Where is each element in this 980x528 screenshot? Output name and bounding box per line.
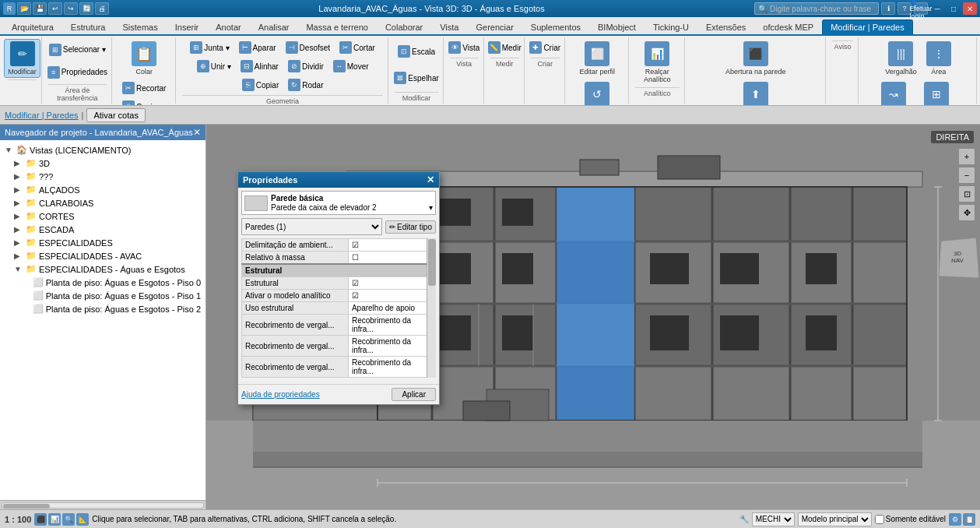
copiar-btn[interactable]: ⎘Copiar (118, 98, 170, 106)
tab-bimobject[interactable]: BIMobject (589, 19, 645, 34)
tab-extensoes[interactable]: Extensões (697, 19, 754, 34)
caminho-btn[interactable]: ↝ Caminho (876, 79, 912, 106)
area-btn[interactable]: ⋮ Área (922, 39, 955, 78)
edit-type-btn[interactable]: ✏ Editar tipo (385, 220, 436, 234)
tela-soldada-btn[interactable]: ⊞ Tela soldada (913, 79, 961, 106)
viewport[interactable]: DIREITA + − ⊡ ✥ 3DNAV Propriedades ✕ (206, 125, 980, 509)
abertura-btn[interactable]: ⬛ Abertura na parede (722, 39, 790, 78)
tree-item-cortes[interactable]: ▶ 📁 CORTES (2, 209, 204, 223)
tab-arquitetura[interactable]: Arquitetura (3, 19, 62, 34)
model-select[interactable]: Modelo principal (798, 512, 872, 526)
espelhar-btn[interactable]: ⊠Espelhar (390, 69, 442, 86)
tree-item-piso1[interactable]: ⬜ Planta de piso: Águas e Esgotos - Piso… (2, 289, 204, 302)
quick-btn-sync[interactable]: 🔄 (79, 2, 93, 15)
vergalhao-btn[interactable]: ||| Vergalhão (881, 39, 921, 78)
prop-type-dropdown[interactable]: ▾ (429, 203, 433, 212)
search-box[interactable]: 🔍 Digite palavra-chave ou frase (754, 2, 879, 15)
quick-btn-redo[interactable]: ↪ (64, 2, 78, 15)
quick-btn-save[interactable]: 💾 (33, 2, 47, 15)
junta-btn[interactable]: ⊞Junta ▾ (186, 39, 233, 56)
status-icon-r2[interactable]: 📋 (963, 513, 975, 526)
tree-item-esp-avac[interactable]: ▶ 📁 ESPECIALIDADES - AVAC (2, 249, 204, 262)
prop-apply-btn[interactable]: Aplicar (392, 388, 436, 401)
selecionar-dropdown[interactable]: ⊞ Selecionar ▾ (45, 41, 110, 58)
tab-vista[interactable]: Vista (431, 19, 467, 34)
tree-toggle-cortes[interactable]: ▶ (14, 212, 23, 220)
tab-modificar-paredes[interactable]: Modificar | Paredes (822, 19, 913, 34)
tree-item-escada[interactable]: ▶ 📁 ESCADA (2, 223, 204, 236)
status-icon-2[interactable]: 📊 (48, 513, 61, 526)
tree-item-3d[interactable]: ▶ 📁 3D (2, 157, 204, 170)
tab-inserir[interactable]: Inserir (167, 19, 208, 34)
tab-massa[interactable]: Massa e terreno (297, 19, 376, 34)
tree-toggle-claraboias[interactable]: ▶ (14, 199, 23, 207)
modificar-button[interactable]: ✏ Modificar (4, 39, 40, 78)
tab-ofcdesk[interactable]: ofcdesk MEP (754, 19, 822, 34)
rodar-btn[interactable]: ↻Rodar (284, 76, 327, 93)
close-btn[interactable]: ✕ (963, 2, 977, 15)
quick-btn-open[interactable]: 📂 (17, 2, 31, 15)
status-icon-3[interactable]: 🔍 (62, 513, 75, 526)
tree-item-piso0[interactable]: ⬜ Planta de piso: Águas e Esgotos - Piso… (2, 276, 204, 289)
status-icon-1[interactable]: ⬛ (34, 513, 47, 526)
tree-item-alcados[interactable]: ▶ 📁 ALÇADOS (2, 183, 204, 196)
tree-toggle-esp-aguas[interactable]: ▼ (14, 265, 23, 273)
view-nav-zoom-in[interactable]: + (958, 148, 975, 165)
nav-cube[interactable]: 3DNAV (938, 238, 979, 279)
mover-btn[interactable]: ↔Mover (329, 58, 373, 75)
editable-checkbox[interactable] (875, 515, 884, 524)
anexar-btn[interactable]: ⬆ Anexar topo/base (725, 79, 788, 106)
tab-sistemas[interactable]: Sistemas (114, 19, 166, 34)
vista-btn[interactable]: 👁Vista (444, 39, 483, 56)
colar-btn[interactable]: 📋 Colar (128, 39, 160, 78)
unir-btn[interactable]: ⊕Unir ▾ (193, 58, 235, 75)
tree-item-unk[interactable]: ▶ 📁 ??? (2, 170, 204, 183)
prop-filter-select[interactable]: Paredes (1) (241, 218, 382, 235)
tab-anotar[interactable]: Anotar (207, 19, 249, 34)
quick-btn-print[interactable]: 🖨 (95, 2, 109, 15)
tab-colaborar[interactable]: Colaborar (377, 19, 431, 34)
redefinir-perfil-btn[interactable]: ↺ Redefinir perfil (571, 79, 623, 106)
maximize-btn[interactable]: □ (947, 2, 961, 15)
tab-suplementos[interactable]: Suplementos (522, 19, 589, 34)
view-nav-pan[interactable]: ✥ (958, 204, 975, 221)
prop-title-bar[interactable]: Propriedades ✕ (238, 172, 439, 188)
criar-btn[interactable]: ✚Criar (525, 39, 564, 56)
escala-btn[interactable]: ⊡Escala (394, 43, 439, 60)
tree-toggle-esp-avac[interactable]: ▶ (14, 252, 23, 260)
status-icon-r1[interactable]: ⚙ (949, 513, 961, 526)
aparar-btn[interactable]: ⊢Aparar (235, 39, 280, 56)
tree-item-especialidades[interactable]: ▶ 📁 ESPECIALIDADES (2, 236, 204, 249)
tree-item-esp-aguas[interactable]: ▼ 📁 ESPECIALIDADES - Águas e Esgotos (2, 262, 204, 276)
tree-item-piso2[interactable]: ⬜ Planta de piso: Águas e Esgotos - Piso… (2, 302, 204, 315)
realcar-analitico-btn[interactable]: 📊 Realçar Analítico (635, 39, 680, 86)
tree-horizontal-scrollbar[interactable] (0, 500, 205, 509)
tree-toggle-unk[interactable]: ▶ (14, 172, 23, 181)
tree-item-vistas[interactable]: ▼ 🏠 Vistas (LICENCIAMENTO) (2, 143, 204, 157)
prop-scrollbar[interactable] (427, 238, 436, 378)
tab-gerenciar[interactable]: Gerenciar (468, 19, 522, 34)
cortar-btn[interactable]: ✂Cortar (335, 39, 379, 56)
tree-toggle-3d[interactable]: ▶ (14, 159, 23, 167)
prop-help-link[interactable]: Ajuda de propriedades (241, 390, 320, 399)
recortar-btn[interactable]: ✂Recortar (118, 79, 170, 97)
nav-tree[interactable]: ▼ 🏠 Vistas (LICENCIAMENTO) ▶ 📁 3D ▶ 📁 ??… (0, 140, 205, 500)
tree-item-claraboias[interactable]: ▶ 📁 CLARABOIAS (2, 196, 204, 209)
prop-close-btn[interactable]: ✕ (427, 174, 434, 185)
tree-toggle-vistas[interactable]: ▼ (5, 146, 14, 154)
tab-analisar[interactable]: Analisar (250, 19, 298, 34)
tree-toggle-alcados[interactable]: ▶ (14, 185, 23, 194)
editar-perfil-btn[interactable]: ⬜ Editar perfil (575, 39, 619, 78)
medir-btn[interactable]: 📏Medir (484, 39, 525, 56)
nav-close-btn[interactable]: ✕ (193, 127, 201, 138)
status-icon-4[interactable]: 📐 (76, 513, 89, 526)
quick-btn-undo[interactable]: ↩ (48, 2, 62, 15)
dividir-btn[interactable]: ⊘Dividir (284, 58, 328, 75)
tab-ticking[interactable]: Ticking-U (645, 19, 697, 34)
info-btn[interactable]: ℹ (881, 2, 895, 15)
alinhar-btn[interactable]: ⊟Alinhar (237, 58, 283, 75)
tree-toggle-escada[interactable]: ▶ (14, 225, 23, 234)
login-btn[interactable]: 👤 Efetuar login (914, 2, 928, 15)
desofset-btn[interactable]: ⊣Desofset (282, 39, 334, 56)
minimize-btn[interactable]: ─ (930, 2, 944, 15)
